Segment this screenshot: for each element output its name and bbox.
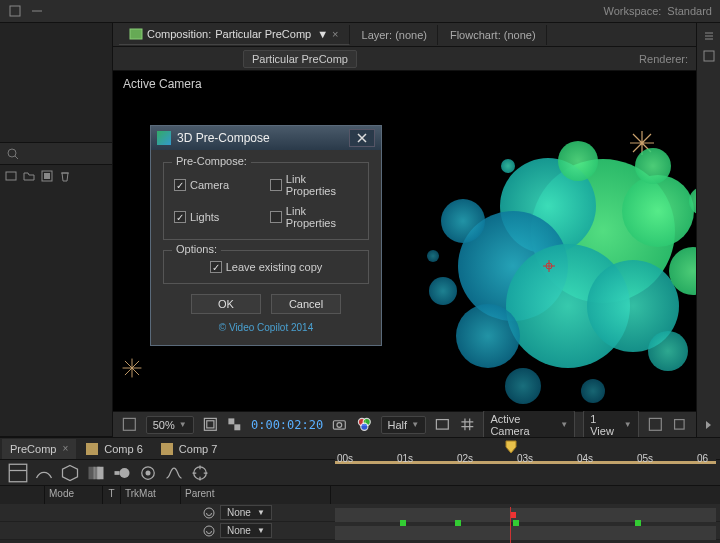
snapshot-icon[interactable] — [331, 416, 348, 434]
comp-subtabs: Particular PreComp Renderer: — [113, 47, 696, 71]
svg-rect-39 — [675, 420, 685, 430]
transparency-grid-icon[interactable] — [226, 416, 243, 434]
timeline-columns: Mode T TrkMat Parent — [0, 486, 720, 504]
close-icon[interactable]: × — [332, 28, 338, 40]
fast-previews-icon[interactable] — [434, 416, 451, 434]
camera-dropdown[interactable]: Active Camera▼ — [483, 410, 575, 440]
timeline-panel: PreComp × Comp 6 Comp 7 00s 01s 02s 03s — [0, 437, 720, 543]
tab-composition[interactable]: Composition: Particular PreComp ▼ × — [119, 25, 350, 45]
motion-blur-icon[interactable] — [112, 463, 132, 483]
tab-flowchart[interactable]: Flowchart: (none) — [440, 25, 547, 45]
svg-point-33 — [337, 423, 342, 428]
checkbox-link-props-camera[interactable]: Link Properties — [270, 173, 358, 197]
dialog-3d-precompose: 3D Pre-Compose Pre-Compose: Camera Link … — [150, 125, 382, 346]
graph-editor-icon[interactable] — [164, 463, 184, 483]
dialog-app-icon — [157, 131, 171, 145]
extra-view-icon[interactable] — [647, 416, 664, 434]
svg-rect-43 — [9, 464, 27, 482]
precompose-legend: Pre-Compose: — [172, 155, 251, 167]
svg-rect-29 — [206, 421, 213, 428]
ok-button[interactable]: OK — [191, 294, 261, 314]
expand-right-icon[interactable] — [706, 421, 711, 429]
shy-icon[interactable] — [34, 463, 54, 483]
svg-rect-41 — [86, 443, 98, 455]
tab-layer[interactable]: Layer: (none) — [352, 25, 438, 45]
pickwhip-icon[interactable] — [202, 524, 216, 538]
timeline-tab-comp6[interactable]: Comp 6 — [78, 439, 151, 459]
svg-rect-42 — [161, 443, 173, 455]
timecode[interactable]: 0:00:02:20 — [251, 418, 323, 432]
current-time-indicator[interactable] — [505, 440, 517, 454]
region-of-interest-icon[interactable] — [202, 416, 219, 434]
svg-point-14 — [441, 199, 485, 243]
pickwhip-icon[interactable] — [202, 506, 216, 520]
renderer-label[interactable]: Renderer: — [639, 53, 688, 65]
timeline-track-area[interactable] — [335, 507, 716, 543]
timeline-tab-precomp[interactable]: PreComp × — [2, 439, 76, 459]
resolution-dropdown[interactable]: Half▼ — [381, 416, 426, 434]
parent-dropdown[interactable]: None▼ — [220, 505, 272, 520]
workspace-selector[interactable]: Workspace: Standard — [603, 5, 712, 17]
composition-name: Particular PreComp — [215, 28, 311, 40]
chevron-down-icon[interactable]: ▼ — [317, 28, 328, 40]
col-mode[interactable]: Mode — [45, 486, 103, 504]
cancel-button[interactable]: Cancel — [271, 294, 341, 314]
svg-point-47 — [120, 468, 130, 478]
parent-dropdown[interactable]: None▼ — [220, 523, 272, 538]
show-channel-icon[interactable] — [356, 416, 373, 434]
frame-blend-icon[interactable] — [86, 463, 106, 483]
extra-view-icon[interactable] — [671, 416, 688, 434]
viewer-footer-bar: 50%▼ 0:00:02:20 Half▼ Active Camera▼ 1 V… — [113, 411, 696, 437]
checkbox-camera[interactable]: Camera — [174, 173, 262, 197]
timeline-ruler[interactable]: 00s 01s 02s 03s 04s 05s 06 — [335, 438, 716, 464]
search-icon — [6, 147, 20, 161]
svg-rect-38 — [649, 419, 661, 431]
trash-icon[interactable] — [58, 169, 72, 183]
checkbox-leave-existing[interactable]: Leave existing copy — [210, 261, 323, 273]
tool-icon[interactable] — [30, 4, 44, 18]
svg-rect-30 — [229, 419, 235, 425]
new-folder-icon[interactable] — [22, 169, 36, 183]
checkbox-lights[interactable]: Lights — [174, 205, 262, 229]
dialog-titlebar[interactable]: 3D Pre-Compose — [151, 126, 381, 150]
zoom-dropdown[interactable]: 50%▼ — [146, 416, 194, 434]
always-preview-icon[interactable] — [121, 416, 138, 434]
draft3d-icon[interactable] — [60, 463, 80, 483]
project-search[interactable] — [0, 143, 112, 165]
auto-keyframe-icon[interactable] — [190, 463, 210, 483]
svg-point-49 — [146, 470, 151, 475]
col-t[interactable]: T — [103, 486, 121, 504]
svg-point-19 — [581, 379, 605, 403]
options-legend: Options: — [172, 243, 221, 255]
svg-point-15 — [429, 277, 457, 305]
svg-point-11 — [456, 304, 520, 368]
svg-rect-4 — [130, 29, 142, 39]
grid-toggle-icon[interactable] — [459, 416, 476, 434]
active-camera-label: Active Camera — [123, 77, 202, 91]
fieldset-options: Options: Leave existing copy — [163, 250, 369, 284]
fieldset-precompose: Pre-Compose: Camera Link Properties Ligh… — [163, 162, 369, 240]
viewer-tabs: Composition: Particular PreComp ▼ × Laye… — [113, 23, 696, 47]
views-dropdown[interactable]: 1 View▼ — [583, 410, 638, 440]
svg-point-36 — [361, 423, 368, 430]
subtab-comp[interactable]: Particular PreComp — [243, 50, 357, 68]
svg-rect-37 — [436, 420, 448, 430]
new-comp-icon[interactable] — [40, 169, 54, 183]
comp-mini-icon[interactable] — [8, 463, 28, 483]
col-trkmat[interactable]: TrkMat — [121, 486, 181, 504]
panel-menu-icon[interactable] — [702, 29, 716, 43]
svg-point-21 — [558, 141, 598, 181]
interpret-footage-icon[interactable] — [4, 169, 18, 183]
close-button[interactable] — [349, 129, 375, 147]
close-icon[interactable]: × — [62, 443, 68, 454]
brainstorm-icon[interactable] — [138, 463, 158, 483]
panel-icon[interactable] — [702, 49, 716, 63]
comp-icon — [161, 443, 173, 455]
col-parent[interactable]: Parent — [181, 486, 331, 504]
svg-point-22 — [501, 159, 515, 173]
workspace-value: Standard — [667, 5, 712, 17]
dialog-title: 3D Pre-Compose — [177, 131, 270, 145]
timeline-tab-comp7[interactable]: Comp 7 — [153, 439, 226, 459]
checkbox-link-props-lights[interactable]: Link Properties — [270, 205, 358, 229]
tool-icon[interactable] — [8, 4, 22, 18]
